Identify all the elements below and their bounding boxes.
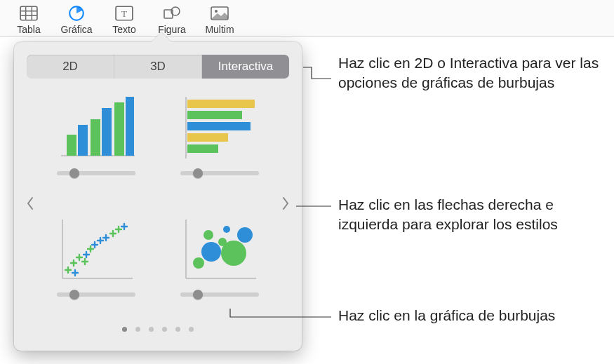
toolbar-label: Gráfica: [60, 24, 92, 35]
toolbar-label: Texto: [112, 24, 135, 35]
svg-point-11: [215, 10, 218, 13]
table-icon: [18, 4, 39, 22]
svg-rect-22: [187, 122, 251, 130]
svg-point-57: [203, 230, 213, 240]
media-icon: [209, 4, 230, 22]
callout-top: Haz clic en 2D o Interactiva para ver la…: [338, 53, 614, 93]
chart-type-segmented: 2D 3D Interactiva: [27, 55, 289, 79]
chart-style-bar[interactable]: [170, 93, 269, 201]
toolbar-item-texto[interactable]: T Texto: [108, 4, 140, 35]
svg-rect-20: [187, 100, 255, 108]
segment-interactiva[interactable]: Interactiva: [202, 55, 289, 79]
slider-icon: [57, 290, 135, 299]
svg-point-60: [237, 227, 253, 243]
page-dot: [162, 327, 167, 332]
svg-rect-18: [126, 97, 134, 156]
page-dot: [122, 327, 127, 332]
chart-style-scatter[interactable]: [46, 214, 146, 323]
shapes-icon: [161, 4, 182, 22]
toolbar-label: Tabla: [17, 24, 40, 35]
callout-middle: Haz clic en las flechas derecha e izquie…: [338, 195, 614, 235]
slider-icon: [57, 168, 135, 178]
chevron-right-icon[interactable]: [276, 189, 295, 217]
svg-rect-24: [187, 144, 218, 153]
svg-rect-16: [102, 108, 112, 156]
toolbar-item-tabla[interactable]: Tabla: [13, 4, 45, 35]
toolbar-item-grafica[interactable]: Gráfica: [60, 4, 93, 35]
textbox-icon: T: [114, 4, 135, 22]
svg-point-59: [221, 241, 246, 266]
svg-text:T: T: [121, 8, 127, 19]
toolbar: Tabla Gráfica T Texto Figura Multim: [0, 0, 614, 37]
chart-popover: 2D 3D Interactiva: [14, 42, 302, 351]
chart-style-area: [27, 84, 289, 323]
scatter-chart-icon: [54, 214, 138, 284]
svg-rect-23: [187, 133, 228, 142]
callout-bottom: Haz clic en la gráfica de burbujas: [338, 306, 555, 325]
svg-rect-0: [20, 6, 37, 20]
page-dot: [149, 327, 154, 332]
segment-3d[interactable]: 3D: [114, 55, 202, 79]
svg-rect-15: [91, 119, 100, 156]
page-indicator[interactable]: [27, 327, 289, 332]
bubble-chart-icon: [178, 214, 262, 284]
segment-2d[interactable]: 2D: [27, 55, 114, 79]
svg-rect-17: [114, 102, 124, 156]
column-chart-icon: [54, 93, 138, 163]
page-dot: [175, 327, 180, 332]
page-dot: [135, 327, 140, 332]
bar-chart-icon: [178, 93, 262, 163]
chevron-left-icon[interactable]: [21, 189, 39, 217]
toolbar-item-figura[interactable]: Figura: [156, 4, 188, 35]
toolbar-item-multim[interactable]: Multim: [203, 4, 236, 35]
slider-icon: [180, 290, 259, 299]
page-dot: [189, 327, 194, 332]
svg-rect-14: [78, 125, 88, 156]
svg-point-61: [223, 226, 230, 233]
chart-style-bubble[interactable]: [170, 214, 269, 323]
piechart-icon: [66, 4, 87, 22]
toolbar-label: Multim: [205, 24, 234, 35]
slider-icon: [180, 168, 259, 178]
svg-point-56: [201, 242, 221, 262]
svg-point-55: [193, 257, 204, 269]
svg-rect-21: [187, 111, 242, 119]
chart-style-column[interactable]: [46, 93, 146, 201]
svg-rect-13: [67, 135, 76, 156]
